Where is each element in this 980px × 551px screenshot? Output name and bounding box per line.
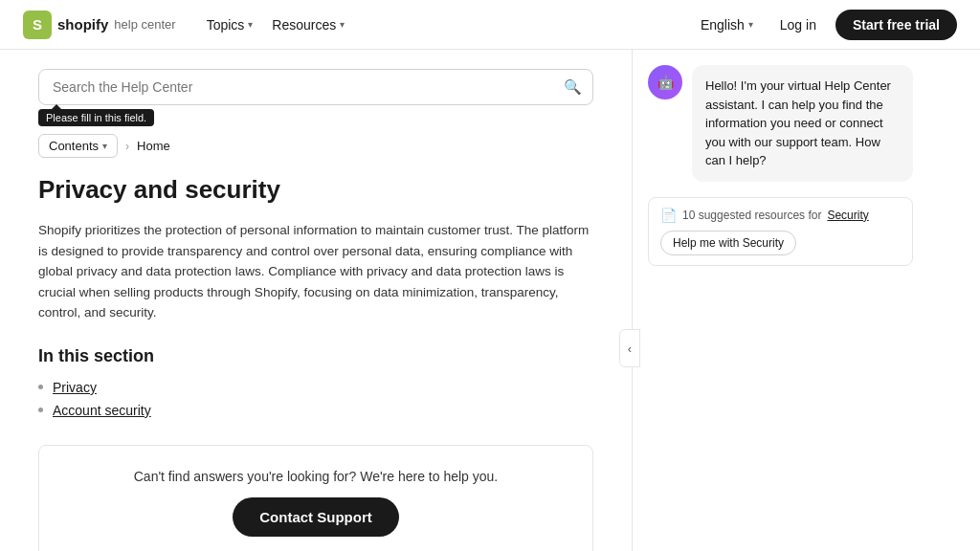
list-item: Privacy: [38, 380, 593, 395]
account-security-link[interactable]: Account security: [53, 403, 151, 418]
start-trial-button[interactable]: Start free trial: [835, 10, 957, 40]
chevron-left-icon: ‹: [628, 342, 632, 356]
language-selector[interactable]: English ▾: [693, 13, 761, 36]
main-content: 🔍 Please fill in this field. Contents ▾ …: [0, 50, 632, 551]
cta-text: Can't find answers you're looking for? W…: [58, 469, 573, 484]
logo-brand: shopify: [57, 16, 108, 33]
page-description: Shopify prioritizes the protection of pe…: [38, 220, 593, 323]
page-layout: 🔍 Please fill in this field. Contents ▾ …: [0, 50, 980, 551]
bullet-icon: [38, 385, 43, 389]
security-link[interactable]: Security: [827, 209, 868, 222]
chevron-down-icon: ▾: [340, 19, 345, 30]
logo-icon: S: [23, 11, 52, 39]
bot-avatar: 🤖: [648, 65, 682, 99]
search-wrapper: 🔍: [38, 69, 593, 105]
search-input[interactable]: [38, 69, 593, 105]
chat-bot-greeting: 🤖 Hello! I'm your virtual Help Center as…: [648, 65, 913, 182]
breadcrumb-home[interactable]: Home: [137, 139, 170, 153]
search-tooltip: Please fill in this field.: [38, 109, 154, 126]
chat-sidebar: ‹ 🤖 Hello! I'm your virtual Help Center …: [632, 50, 928, 551]
page-title: Privacy and security: [38, 175, 593, 205]
resources-prefix: 10 suggested resources for: [682, 209, 821, 222]
cta-section: Can't find answers you're looking for? W…: [38, 445, 593, 551]
chevron-down-icon: ▾: [248, 19, 253, 30]
header-left: S shopify help center Topics ▾ Resources…: [23, 11, 352, 39]
search-icon: 🔍: [564, 78, 582, 96]
section-title: In this section: [38, 346, 593, 366]
chevron-down-icon: ▾: [102, 141, 107, 151]
chat-bubble: Hello! I'm your virtual Help Center assi…: [692, 65, 913, 182]
nav-resources[interactable]: Resources ▾: [264, 13, 352, 36]
logo-sub: help center: [114, 17, 175, 32]
collapse-panel-button[interactable]: ‹: [619, 329, 640, 367]
header-right: English ▾ Log in Start free trial: [693, 10, 957, 40]
suggested-resources: 📄 10 suggested resources for Security He…: [648, 197, 913, 266]
chevron-down-icon: ▾: [748, 19, 753, 30]
login-button[interactable]: Log in: [772, 13, 824, 36]
contents-label: Contents: [49, 139, 99, 153]
language-label: English: [701, 17, 745, 33]
resources-icon: 📄: [660, 208, 677, 223]
contents-dropdown[interactable]: Contents ▾: [38, 134, 118, 158]
main-nav: Topics ▾ Resources ▾: [199, 13, 353, 36]
bullet-icon: [38, 408, 43, 412]
section-list: Privacy Account security: [38, 380, 593, 418]
breadcrumb-separator: ›: [125, 140, 129, 153]
header: S shopify help center Topics ▾ Resources…: [0, 0, 980, 50]
contact-support-button[interactable]: Contact Support: [233, 497, 399, 537]
nav-topics[interactable]: Topics ▾: [199, 13, 261, 36]
help-chip[interactable]: Help me with Security: [660, 231, 796, 255]
breadcrumb: Contents ▾ › Home: [38, 134, 593, 158]
list-item: Account security: [38, 403, 593, 418]
logo-area: S shopify help center: [23, 11, 176, 39]
privacy-link[interactable]: Privacy: [53, 380, 97, 395]
resources-header: 📄 10 suggested resources for Security: [660, 208, 901, 223]
